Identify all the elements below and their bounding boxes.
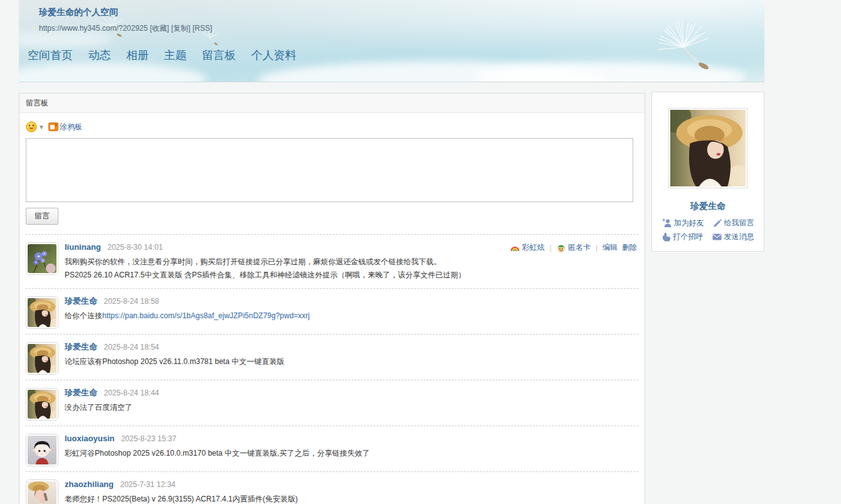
comment-line: 彩虹河谷Photoshop 2025 v26.10.0.m3170 beta 中… — [65, 447, 638, 460]
avatar[interactable] — [26, 388, 58, 421]
dandelion-illustration — [637, 16, 731, 82]
nav-item-albums[interactable]: 相册 — [120, 48, 155, 63]
nav-item-topics[interactable]: 主题 — [158, 48, 193, 63]
avatar[interactable] — [26, 342, 58, 375]
add-friend-label: 加为好友 — [674, 218, 704, 228]
space-title: 珍爱生命的个人空间 — [39, 7, 118, 18]
comment-meta: 珍爱生命 2025-8-24 18:44 — [65, 387, 638, 397]
doodle-board-icon[interactable] — [48, 122, 58, 132]
say-hi-link[interactable]: 打个招呼 — [662, 232, 704, 242]
comment-time: 2025-8-23 15:37 — [121, 434, 176, 443]
comment-time: 2025-8-24 18:44 — [104, 389, 159, 397]
comment-username[interactable]: 珍爱生命 — [65, 388, 97, 397]
add-friend-link[interactable]: 加为好友 — [662, 218, 704, 228]
panel-title: 留言板 — [19, 94, 645, 113]
comment-body: 没办法了百度清空了 — [65, 401, 638, 414]
profile-actions: 加为好友 给我留言 打个招呼 — [652, 218, 764, 242]
panel-body: ▼ 涂鸦板 留言 liuninang 2025-8-30 14:01 — [19, 113, 645, 504]
separator: | — [596, 244, 597, 252]
message-input[interactable] — [26, 138, 633, 202]
doodle-board-link[interactable]: 涂鸦板 — [60, 122, 82, 132]
say-hi-hand-icon — [662, 232, 671, 242]
comment-username[interactable]: 珍爱生命 — [65, 296, 97, 306]
comment-username[interactable]: zhaozhiliang — [65, 480, 114, 489]
submit-message-button[interactable]: 留言 — [26, 208, 58, 225]
comment-row: 珍爱生命 2025-8-24 18:54 论坛应该有Photoshop 2025… — [26, 335, 638, 380]
space-url: https://www.hy345.com/?202925 — [39, 24, 147, 33]
message-board-panel: 留言板 ▼ 涂鸦板 — [19, 93, 645, 504]
editor-toolbar: ▼ 涂鸦板 — [26, 119, 638, 134]
comment-time: 2025-8-24 18:54 — [104, 343, 159, 351]
profile-card: 珍爱生命 加为好友 给我留言 — [651, 92, 764, 252]
url-action-links[interactable]: [收藏] [复制] [RSS] — [150, 24, 212, 33]
separator: | — [550, 244, 552, 252]
comment-body: 给你个连接https://pan.baidu.com/s/1bAgs8af_ej… — [65, 309, 638, 323]
comment-row: luoxiaoyusin 2025-8-23 15:37 彩虹河谷Photosh… — [26, 426, 638, 472]
space-url-line: https://www.hy345.com/?202925 [收藏] [复制] … — [39, 23, 212, 34]
baidu-pan-link[interactable]: https://pan.baidu.com/s/1bAgs8af_ejwJZPi… — [102, 311, 310, 320]
comment-row: zhaozhiliang 2025-7-31 12:34 老师您好！PS2025… — [26, 472, 638, 504]
nav-item-message-board[interactable]: 留言板 — [196, 48, 242, 63]
avatar[interactable] — [26, 434, 58, 466]
comment-username[interactable]: 珍爱生命 — [65, 342, 97, 351]
comment-text: 给你个连接 — [65, 311, 102, 320]
avatar[interactable] — [26, 480, 58, 504]
comment-time: 2025-7-31 12:34 — [120, 480, 175, 489]
cloud — [19, 63, 207, 82]
anonymous-card-label: 匿名卡 — [568, 242, 591, 253]
leave-message-link[interactable]: 给我留言 — [713, 218, 754, 228]
personal-space-page: 珍爱生命的个人空间 https://www.hy345.com/?202925 … — [0, 0, 841, 504]
comment-row: 珍爱生命 2025-8-24 18:58 给你个连接https://pan.ba… — [26, 289, 638, 335]
nav-item-profile[interactable]: 个人资料 — [245, 48, 303, 63]
comment-body: 老师您好！PS2025(Beta) v 26.9(3155) ACR17.4.1… — [65, 493, 638, 504]
leave-message-label: 给我留言 — [724, 218, 754, 228]
rainbow-action-label: 彩虹炫 — [522, 242, 545, 253]
smiley-icon[interactable] — [26, 121, 37, 132]
add-friend-icon — [662, 218, 672, 228]
comment-body: 论坛应该有Photoshop 2025 v26.11.0.m3781 beta … — [65, 355, 638, 368]
space-nav: 空间首页 动态 相册 主题 留言板 个人资料 — [21, 48, 303, 63]
comment-body: 我刚购买你的软件，没注意看分享时间，购买后打开链接提示已分享过期，麻烦你退还金钱… — [65, 255, 638, 282]
comment-line: PS2025 26.10 ACR17.5中文直装版 含PS插件合集、移除工具和神… — [65, 269, 638, 282]
anonymous-card-icon — [557, 244, 565, 252]
comment-row: 珍爱生命 2025-8-24 18:44 没办法了百度清空了 — [26, 380, 638, 426]
comment-body: 彩虹河谷Photoshop 2025 v26.10.0.m3170 beta 中… — [65, 447, 638, 460]
comment-meta: 珍爱生命 2025-8-24 18:54 — [65, 341, 638, 351]
comment-line: 老师您好！PS2025(Beta) v 26.9(3155) ACR17.4.1… — [65, 493, 638, 504]
comment-username[interactable]: luoxiaoyusin — [65, 434, 114, 443]
avatar[interactable] — [26, 242, 58, 275]
anonymous-card-link[interactable]: 匿名卡 — [557, 242, 591, 253]
avatar[interactable] — [26, 296, 58, 329]
edit-link[interactable]: 编辑 — [603, 242, 618, 253]
comment-time: 2025-8-24 18:58 — [104, 297, 159, 306]
comment-meta: luoxiaoyusin 2025-8-23 15:37 — [65, 432, 638, 443]
send-message-label: 发送消息 — [724, 232, 754, 242]
pencil-icon — [713, 219, 722, 228]
rainbow-action-link[interactable]: 彩虹炫 — [510, 242, 545, 253]
chevron-down-icon[interactable]: ▼ — [38, 124, 45, 131]
say-hi-label: 打个招呼 — [673, 232, 704, 242]
comment-line: 论坛应该有Photoshop 2025 v26.11.0.m3781 beta … — [65, 355, 638, 368]
comment-meta: zhaozhiliang 2025-7-31 12:34 — [65, 478, 638, 489]
comment-meta: 珍爱生命 2025-8-24 18:58 — [65, 295, 638, 306]
comment-time: 2025-8-30 14:01 — [107, 243, 163, 252]
envelope-icon — [712, 233, 722, 240]
rainbow-icon — [510, 244, 520, 252]
comment-line: 没办法了百度清空了 — [65, 401, 638, 414]
profile-avatar[interactable] — [668, 108, 747, 188]
send-message-link[interactable]: 发送消息 — [712, 232, 754, 242]
profile-name: 珍爱生命 — [652, 201, 764, 212]
nav-item-feed[interactable]: 动态 — [82, 48, 117, 63]
comment-actions: 彩虹炫 | 匿名卡 | 编辑 — [510, 242, 637, 253]
banner: 珍爱生命的个人空间 https://www.hy345.com/?202925 … — [19, 0, 764, 82]
nav-item-home[interactable]: 空间首页 — [21, 48, 79, 63]
comment-line: 我刚购买你的软件，没注意看分享时间，购买后打开链接提示已分享过期，麻烦你退还金钱… — [65, 255, 638, 269]
delete-link[interactable]: 删除 — [622, 242, 637, 253]
comment-row: liuninang 2025-8-30 14:01 彩虹炫 | — [26, 235, 638, 289]
comment-username[interactable]: liuninang — [65, 242, 101, 252]
